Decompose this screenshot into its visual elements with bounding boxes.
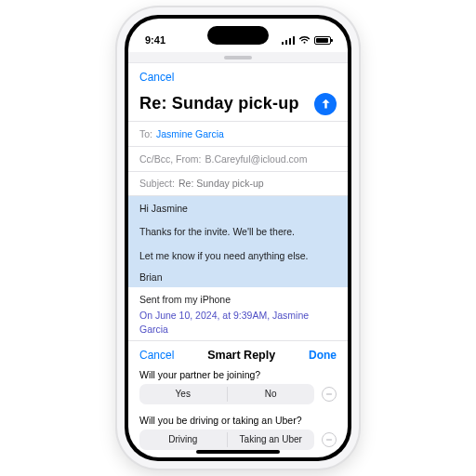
to-field[interactable]: To: Jasmine Garcia bbox=[128, 122, 348, 146]
smart-reply-header: Cancel Smart Reply Done bbox=[128, 341, 348, 366]
smart-reply-question-2: Will you be driving or taking an Uber? bbox=[128, 412, 348, 430]
body-paragraph-2: Let me know if you need anything else. bbox=[128, 244, 348, 268]
option-driving[interactable]: Driving bbox=[139, 430, 227, 450]
title-row: Re: Sunday pick-up bbox=[128, 91, 348, 121]
send-button[interactable] bbox=[314, 93, 337, 115]
body-signoff: Brian bbox=[128, 268, 348, 287]
home-indicator[interactable] bbox=[196, 450, 280, 454]
smart-reply-cancel-button[interactable]: Cancel bbox=[139, 349, 174, 362]
status-indicators bbox=[282, 35, 331, 45]
subject-label: Subject: bbox=[139, 178, 175, 189]
skip-question-button[interactable] bbox=[322, 432, 337, 447]
cellular-icon bbox=[282, 36, 295, 45]
smart-reply-done-button[interactable]: Done bbox=[309, 349, 337, 362]
compose-navbar: Cancel bbox=[128, 63, 348, 91]
smart-reply-options-1: Yes No bbox=[128, 384, 348, 412]
segmented-control: Yes No bbox=[139, 384, 314, 404]
compose-title: Re: Sunday pick-up bbox=[139, 94, 299, 113]
ccbcc-from-field[interactable]: Cc/Bcc, From: B.Careyful@icloud.com bbox=[128, 147, 348, 171]
screen: 9:41 Cancel Re: Sunday pick-up bbox=[128, 19, 348, 457]
device-frame: 9:41 Cancel Re: Sunday pick-up bbox=[117, 7, 359, 469]
skip-question-button[interactable] bbox=[322, 387, 337, 402]
body-paragraph-1: Thanks for the invite. We'll be there. bbox=[128, 219, 348, 244]
minus-circle-icon bbox=[325, 390, 333, 398]
sheet-background-cap bbox=[128, 52, 348, 63]
sheet-grabber[interactable] bbox=[224, 56, 252, 60]
dynamic-island bbox=[207, 26, 269, 45]
arrow-up-icon bbox=[320, 98, 332, 110]
wifi-icon bbox=[298, 35, 311, 45]
status-time: 9:41 bbox=[145, 34, 165, 46]
body-signature: Sent from my iPhone bbox=[128, 287, 348, 307]
to-recipient[interactable]: Jasmine Garcia bbox=[156, 128, 224, 139]
from-address: B.Careyful@icloud.com bbox=[205, 153, 308, 165]
ccbcc-from-label: Cc/Bcc, From: bbox=[139, 153, 202, 165]
svg-rect-1 bbox=[326, 439, 332, 441]
body-greeting: Hi Jasmine bbox=[128, 196, 348, 218]
smart-reply-question-1: Will your partner be joining? bbox=[128, 366, 348, 384]
option-yes[interactable]: Yes bbox=[139, 384, 227, 404]
option-uber[interactable]: Taking an Uber bbox=[228, 430, 315, 450]
battery-icon bbox=[314, 36, 331, 45]
svg-rect-0 bbox=[326, 393, 332, 395]
option-no[interactable]: No bbox=[228, 384, 315, 404]
message-body[interactable]: Hi Jasmine Thanks for the invite. We'll … bbox=[128, 196, 348, 340]
quoted-header: On June 10, 2024, at 9:39AM, Jasmine Gar… bbox=[128, 308, 348, 337]
minus-circle-icon bbox=[325, 436, 333, 443]
subject-value: Re: Sunday pick-up bbox=[178, 178, 264, 189]
to-label: To: bbox=[139, 128, 152, 139]
smart-reply-title: Smart Reply bbox=[207, 349, 275, 362]
segmented-control: Driving Taking an Uber bbox=[139, 430, 314, 450]
subject-field[interactable]: Subject: Re: Sunday pick-up bbox=[128, 171, 348, 195]
device-bezel: 9:41 Cancel Re: Sunday pick-up bbox=[125, 15, 351, 461]
cancel-button[interactable]: Cancel bbox=[139, 71, 174, 84]
